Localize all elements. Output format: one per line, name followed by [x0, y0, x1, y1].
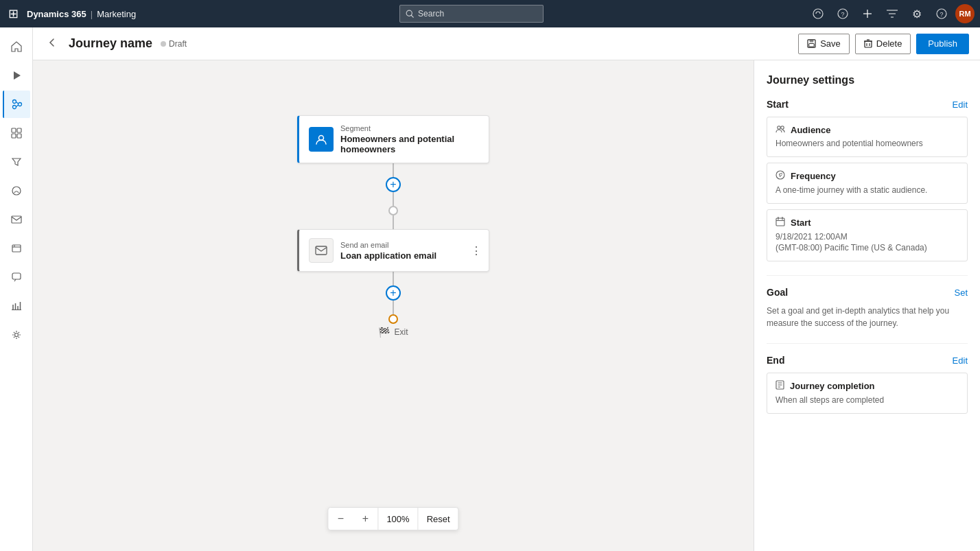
save-button[interactable]: Save: [798, 34, 850, 54]
frequency-card: Frequency A one-time journey with a stat…: [767, 163, 968, 204]
email-step-info: Send an email Loan application email: [340, 241, 479, 261]
completion-card: Journey completion When all steps are co…: [767, 373, 968, 414]
top-nav-icons: ? ⚙ ? RM: [807, 3, 975, 25]
sidebar-item-segments[interactable]: [3, 119, 30, 147]
audience-card: Audience Homeowners and potential homeow…: [767, 117, 968, 157]
publish-button[interactable]: Publish: [916, 34, 969, 54]
settings-panel-title: Journey settings: [767, 74, 968, 86]
question-icon-btn[interactable]: ?: [931, 3, 953, 25]
zoom-reset-button[interactable]: Reset: [419, 508, 458, 530]
zoom-controls: − + 100% Reset: [327, 507, 458, 530]
line-2b: [393, 301, 394, 314]
svg-rect-19: [17, 128, 21, 132]
audience-card-value: Homeowners and potential homeowners: [775, 138, 959, 150]
start-time-card-icon: [775, 217, 785, 228]
zoom-in-button[interactable]: +: [353, 508, 377, 530]
settings-panel: Journey settings Start Edit Audience: [754, 60, 980, 551]
email-step-menu[interactable]: ⋮: [471, 244, 482, 257]
email-step-name: Loan application email: [340, 250, 479, 261]
sidebar-item-funnels[interactable]: [3, 148, 30, 176]
delete-icon: [864, 39, 872, 48]
goal-set-link[interactable]: Set: [954, 288, 968, 298]
frequency-card-header: Frequency: [775, 170, 959, 182]
email-icon: [315, 246, 327, 255]
start-time-card-title: Start: [791, 218, 811, 228]
sidebar-item-golive[interactable]: [3, 62, 30, 89]
frequency-card-title: Frequency: [791, 171, 836, 181]
completion-card-title: Journey completion: [790, 381, 875, 391]
zoom-out-button[interactable]: −: [328, 508, 353, 530]
segment-step-type: Segment: [340, 124, 479, 132]
search-box[interactable]: Search: [399, 5, 544, 23]
end-section-title: End: [767, 355, 784, 366]
connector-2: +: [386, 272, 401, 324]
audience-card-icon: [775, 124, 785, 135]
start-section-title: Start: [767, 99, 789, 110]
journey-canvas: Segment Homeowners and potential homeown…: [33, 60, 754, 551]
circle-node-1: [388, 206, 398, 215]
waffle-icon[interactable]: ⊞: [5, 3, 21, 24]
segment-step-icon: [309, 127, 334, 152]
header-actions: Save Delete Publish: [798, 34, 969, 54]
line-1b: [393, 192, 394, 206]
svg-point-22: [12, 187, 21, 195]
segment-step-card[interactable]: Segment Homeowners and potential homeown…: [297, 115, 489, 163]
start-time-card: Start 9/18/2021 12:00AM (GMT-08:00) Paci…: [767, 209, 968, 262]
svg-point-14: [18, 103, 21, 106]
help-icon-btn[interactable]: ?: [832, 3, 854, 25]
svg-line-16: [16, 102, 18, 104]
delete-button[interactable]: Delete: [855, 34, 911, 54]
svg-marker-12: [14, 71, 21, 80]
sidebar-item-home[interactable]: [3, 33, 30, 60]
svg-point-45: [781, 126, 784, 129]
goal-section-header: Goal Set: [767, 287, 968, 298]
frequency-card-value: A one-time journey with a static audienc…: [775, 185, 959, 196]
goal-section: Goal Set Set a goal and get in-depth ana…: [767, 287, 968, 329]
completion-card-icon: [775, 380, 784, 392]
email-step-type: Send an email: [340, 241, 479, 249]
segment-step-info: Segment Homeowners and potential homeown…: [340, 124, 479, 154]
plus-icon-btn[interactable]: [856, 3, 878, 25]
insights-icon: [813, 8, 824, 19]
settings-divider-2: [767, 343, 968, 344]
sidebar-item-email[interactable]: [3, 206, 30, 233]
sidebar-item-ai[interactable]: [3, 177, 30, 204]
sidebar-item-journeys[interactable]: [3, 91, 30, 118]
add-step-button-1[interactable]: +: [386, 177, 401, 192]
svg-rect-20: [12, 134, 16, 138]
sidebar-item-chat[interactable]: [3, 263, 30, 291]
svg-rect-36: [809, 44, 814, 47]
add-icon: [863, 9, 872, 19]
filter-icon-btn[interactable]: [881, 3, 903, 25]
add-step-button-2[interactable]: +: [386, 285, 401, 301]
start-time-card-header: Start: [775, 217, 959, 228]
avatar[interactable]: RM: [955, 4, 975, 23]
circle-node-exit: [388, 314, 398, 324]
settings-icon-btn[interactable]: ⚙: [906, 3, 928, 25]
goal-description: Set a goal and get in-depth analytics th…: [767, 305, 968, 329]
brand-area: Dynamics 365 | Marketing: [27, 9, 136, 19]
filter-icon: [887, 10, 898, 18]
canvas-area[interactable]: Segment Homeowners and potential homeown…: [33, 60, 754, 551]
back-button[interactable]: [44, 34, 60, 54]
svg-line-17: [16, 105, 18, 107]
sidebar-item-config[interactable]: [3, 321, 30, 349]
sidebar-item-library[interactable]: [3, 235, 30, 262]
brand-separator: |: [91, 9, 93, 19]
start-edit-link[interactable]: Edit: [953, 99, 968, 110]
start-section: Start Edit Audience Homeowners and poten…: [767, 99, 968, 261]
svg-point-13: [12, 100, 16, 104]
sidebar-item-analytics[interactable]: [3, 292, 30, 320]
end-edit-link[interactable]: Edit: [953, 355, 968, 366]
brand-name: Dynamics 365: [27, 9, 86, 19]
insight-icon-btn[interactable]: [807, 3, 829, 25]
search-icon: [406, 10, 414, 18]
frequency-card-icon: [775, 170, 785, 182]
svg-rect-18: [12, 128, 16, 132]
delete-label: Delete: [876, 38, 902, 49]
brand-module: Marketing: [97, 9, 136, 19]
svg-rect-35: [810, 40, 814, 43]
svg-point-44: [778, 126, 780, 129]
email-step-card[interactable]: Send an email Loan application email ⋮: [297, 229, 489, 272]
sub-header: Journey name Draft Save Delete Publish: [33, 27, 980, 60]
